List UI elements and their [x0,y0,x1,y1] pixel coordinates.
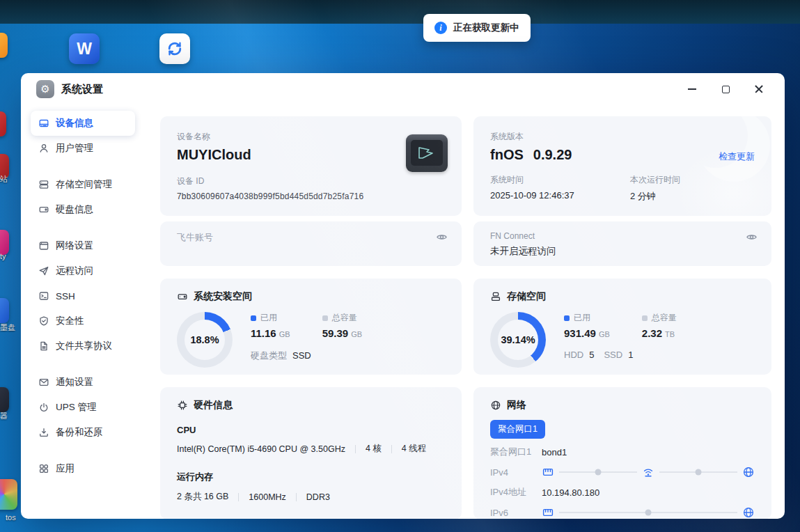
sidebar-item-device-info[interactable]: 设备信息 [31,111,135,136]
desktop-icon-partial[interactable] [0,479,17,510]
ipv6-label: IPv6 [490,508,542,518]
link-wire [659,471,737,473]
settings-sidebar: 设备信息 用户管理 存储空间管理 硬盘信息 网络设置 [21,105,143,519]
system-time-label: 系统时间 [490,174,630,186]
desktop-icon-partial[interactable] [0,298,9,323]
divider [296,493,297,501]
sidebar-item-ssh[interactable]: SSH [31,283,135,308]
sidebar-item-label: 用户管理 [56,142,93,155]
bond-port-label: 聚合网口1 [490,446,542,458]
network-title: 网络 [507,399,526,412]
system-version-label: 系统版本 [490,131,755,143]
sync-app-icon[interactable] [159,33,190,64]
device-name-card: 设备名称 MUYICloud 设备 ID 7bb30609607a4038b99… [160,116,462,216]
bond-port-tab[interactable]: 聚合网口1 [490,420,545,439]
users-icon [38,143,49,154]
hardware-info-title: 硬件信息 [194,399,233,412]
sidebar-item-apps[interactable]: 应用 [31,456,135,481]
desktop-icon-partial[interactable] [0,33,8,58]
sidebar-item-label: 硬盘信息 [56,203,93,216]
divider [391,445,392,453]
eye-icon[interactable] [436,231,448,243]
desktop-icon-label: 器 [0,411,8,421]
sidebar-item-remote-access[interactable]: 远程访问 [31,258,135,283]
ipv4-address-value: 10.194.80.180 [542,487,599,498]
used-unit: GB [279,330,290,338]
sidebar-item-label: 设备信息 [56,117,93,130]
used-unit: GB [599,330,610,338]
sidebar-item-network-settings[interactable]: 网络设置 [31,233,135,258]
sidebar-item-notifications[interactable]: 通知设置 [31,370,135,395]
internet-globe-icon [742,506,755,519]
window-minimize-button[interactable] [682,79,703,100]
nas-device-image [406,134,448,172]
desktop-icon-partial[interactable] [0,387,9,412]
ipv4-address-label: IPv4地址 [490,486,542,499]
total-label: 总容量 [332,312,357,324]
feiniu-account-placeholder: 飞牛账号 [177,231,445,244]
update-toast-text: 正在获取更新中 [453,22,519,34]
bond-port-value: bond1 [542,447,567,457]
fn-connect-status: 未开启远程访问 [490,245,755,258]
fn-connect-card[interactable]: FN Connect 未开启远程访问 [473,221,771,266]
storage-stack-icon [490,291,501,302]
system-space-percent: 18.8% [177,312,233,368]
sidebar-item-backup-restore[interactable]: 备份和还原 [31,420,135,445]
desktop-icon-label: 墨盘 [0,322,15,333]
update-toast[interactable]: i 正在获取更新中 [423,14,531,42]
hard-disk-icon [38,204,49,215]
window-maximize-button[interactable] [715,79,736,100]
wifi-router-icon [642,466,654,478]
divider [355,445,356,453]
used-label: 已用 [574,312,590,324]
globe-icon [490,400,501,411]
sidebar-item-user-management[interactable]: 用户管理 [31,136,135,161]
ipv4-topology [542,466,755,478]
cpu-threads: 4 线程 [402,443,426,455]
sync-arrows-icon [166,40,184,58]
sidebar-item-label: UPS 管理 [56,401,97,414]
system-time-value: 2025-10-09 12:46:37 [490,190,630,201]
total-unit: TB [665,330,675,338]
total-value: 2.32 [642,327,662,339]
desktop-icon-partial[interactable] [0,111,6,136]
total-unit: GB [351,330,362,338]
storage-space-donut: 39.14% [490,312,546,368]
desktop-icon-partial[interactable] [0,230,9,255]
os-name: fnOS [490,147,524,163]
cpu-model: Intel(R) Core(TM) i5-4690 CPU @ 3.50GHz [177,444,345,454]
storage-pool-icon [38,179,49,190]
cpu-section-label: CPU [177,425,445,435]
desktop: 站 ty 墨盘 器 tos W i 正在获取更新中 ⚙ 系统设置 [0,0,800,532]
sidebar-item-file-sharing[interactable]: 文件共享协议 [31,334,135,359]
sidebar-item-storage-management[interactable]: 存储空间管理 [31,172,135,197]
network-card: 网络 聚合网口1 聚合网口1 bond1 IPv4 [473,387,771,519]
used-label: 已用 [260,312,277,324]
system-space-donut: 18.8% [177,312,233,368]
system-settings-window: ⚙ 系统设置 设备信息 用户管理 存储空 [21,73,785,519]
cpu-cores: 4 核 [366,443,382,455]
feiniu-account-card[interactable]: 飞牛账号 [160,221,462,266]
sidebar-item-label: 存储空间管理 [56,178,112,191]
check-update-link[interactable]: 检查更新 [719,150,755,163]
window-title: 系统设置 [61,83,103,96]
storage-space-title: 存储空间 [507,290,546,303]
sidebar-item-ups[interactable]: UPS 管理 [31,395,135,420]
ram-section-label: 运行内存 [177,471,445,483]
ssd-count: 1 [628,350,633,360]
fn-connect-label: FN Connect [490,231,755,241]
ipv4-label: IPv4 [490,467,542,478]
ipv6-topology [542,506,755,519]
sidebar-item-label: 通知设置 [56,376,93,389]
device-name-value: MUYICloud [177,147,445,163]
sidebar-item-security[interactable]: 安全性 [31,308,135,334]
os-version-number: 0.9.29 [533,147,572,163]
info-icon: i [434,22,447,34]
device-name-label: 设备名称 [177,131,445,143]
wps-app-icon[interactable]: W [69,33,100,64]
shield-icon [38,315,49,327]
eye-icon[interactable] [746,231,758,243]
sidebar-item-disk-info[interactable]: 硬盘信息 [31,197,135,222]
window-close-button[interactable] [748,79,769,100]
system-space-title: 系统安装空间 [194,290,252,303]
